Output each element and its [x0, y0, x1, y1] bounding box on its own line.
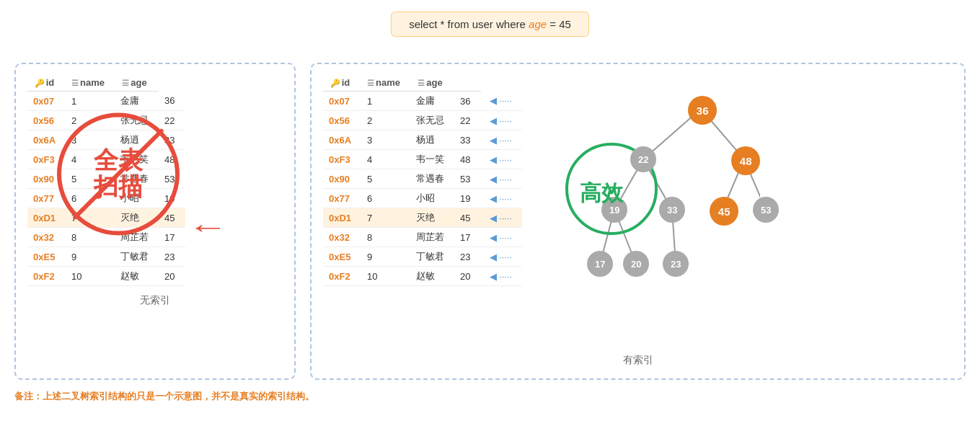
- cell-id: 7: [361, 208, 410, 228]
- right-content: 🔑id ☰name ☰age 0x07 1 金庸 36 ◀ ····· 0x56…: [323, 74, 953, 348]
- cell-id: 9: [361, 247, 410, 267]
- cell-addr: 0xD1: [323, 208, 361, 228]
- tree-node-23: 23: [663, 251, 689, 277]
- cell-name: 灭绝: [115, 208, 159, 228]
- cell-addr: 0xE5: [323, 247, 361, 267]
- cell-addr: 0x56: [323, 111, 361, 130]
- sql-col-highlight: age: [529, 18, 547, 30]
- cell-name: 常遇春: [410, 169, 454, 189]
- cell-age: 48: [454, 150, 480, 169]
- cell-age: 23: [454, 247, 480, 267]
- row-arrow: ◀ ·····: [481, 111, 523, 130]
- table-row: 0x32 8 周芷若 17 ◀ ·····: [323, 228, 522, 247]
- cell-name: 周芷若: [410, 228, 454, 247]
- cell-addr: 0x6A: [323, 130, 361, 150]
- row-arrow: ◀ ·····: [481, 150, 523, 169]
- left-table: 🔑id ☰name ☰age 0x07 1 金庸 36 0x56 2 张无忌 2…: [27, 74, 185, 286]
- sql-text: select * from user where age = 45: [409, 18, 571, 30]
- cell-id: 5: [66, 169, 115, 189]
- cell-id: 10: [361, 267, 410, 286]
- cell-addr: 0xF3: [27, 150, 66, 169]
- cell-addr: 0x07: [27, 92, 66, 111]
- cell-addr: 0xD1: [27, 208, 66, 228]
- cell-name: 金庸: [115, 92, 159, 111]
- cell-name: 丁敏君: [410, 247, 454, 267]
- footnote: 备注：上述二叉树索引结构的只是一个示意图，并不是真实的索引结构。: [14, 390, 966, 403]
- tree-node-22: 22: [630, 146, 656, 172]
- cell-id: 7: [66, 208, 115, 228]
- cell-id: 3: [66, 130, 115, 150]
- cell-name: 杨逍: [115, 130, 159, 150]
- cell-age: 36: [454, 92, 480, 111]
- cell-name: 杨逍: [410, 130, 454, 150]
- row-arrow: ◀ ·····: [481, 247, 523, 267]
- panels-row: 🔑id ☰name ☰age 0x07 1 金庸 36 0x56 2 张无忌 2…: [14, 63, 966, 380]
- sql-suffix: = 45: [547, 18, 571, 30]
- cell-age: 33: [454, 130, 480, 150]
- table-row: 0xF3 4 韦一笑 48 ◀ ·····: [323, 150, 522, 169]
- table-row: 0x77 6 小昭 19: [27, 189, 185, 208]
- cell-id: 10: [66, 267, 115, 286]
- th-age: ☰age: [115, 74, 159, 92]
- left-panel-label: 无索引: [27, 294, 283, 307]
- cell-addr: 0xF3: [323, 150, 361, 169]
- cell-id: 2: [66, 111, 115, 130]
- cell-name: 小昭: [410, 189, 454, 208]
- cell-name: 周芷若: [115, 228, 159, 247]
- cell-id: 4: [361, 150, 410, 169]
- cell-addr: 0x56: [27, 111, 66, 130]
- cell-addr: 0xF2: [323, 267, 361, 286]
- cell-id: 6: [361, 189, 410, 208]
- cell-name: 韦一笑: [410, 150, 454, 169]
- right-th-name: ☰name: [361, 74, 410, 92]
- right-table-area: 🔑id ☰name ☰age 0x07 1 金庸 36 ◀ ····· 0x56…: [323, 74, 522, 286]
- cell-age: 23: [159, 247, 185, 267]
- cell-age: 17: [159, 228, 185, 247]
- tree-node-36: 36: [688, 96, 717, 125]
- cell-age: 36: [159, 92, 185, 111]
- cell-name: 韦一笑: [115, 150, 159, 169]
- cell-name: 金庸: [410, 92, 454, 111]
- right-th-id: 🔑id: [323, 74, 361, 92]
- table-row: 0xD1 7 灭绝 45 ◀ ·····: [323, 208, 522, 228]
- th-id: 🔑id: [27, 74, 66, 92]
- cell-addr: 0x32: [323, 228, 361, 247]
- table-row: 0xF2 10 赵敏 20 ◀ ·····: [323, 267, 522, 286]
- cell-addr: 0xE5: [27, 247, 66, 267]
- cell-addr: 0x32: [27, 228, 66, 247]
- row-arrow: ◀ ·····: [481, 189, 523, 208]
- right-th-age: ☰age: [410, 74, 454, 92]
- red-arrow: ←: [187, 212, 228, 243]
- tree-node-17: 17: [587, 251, 613, 277]
- cell-age: 19: [159, 189, 185, 208]
- table-row: 0x56 2 张无忌 22 ◀ ·····: [323, 111, 522, 130]
- bst-tree-area: 36224819334553172023 高效: [529, 74, 760, 348]
- cell-id: 8: [66, 228, 115, 247]
- cell-name: 赵敏: [410, 267, 454, 286]
- cell-age: 20: [454, 267, 480, 286]
- cell-name: 小昭: [115, 189, 159, 208]
- row-arrow: ◀ ·····: [481, 208, 523, 228]
- sql-box: select * from user where age = 45: [391, 12, 589, 37]
- cell-addr: 0x90: [27, 169, 66, 189]
- cell-age: 45: [454, 208, 480, 228]
- cell-age: 20: [159, 267, 185, 286]
- cell-age: 48: [159, 150, 185, 169]
- table-row: 0xF2 10 赵敏 20: [27, 267, 185, 286]
- right-th-arrow: [454, 74, 480, 92]
- sql-query-container: select * from user where age = 45: [14, 12, 966, 50]
- cell-age: 45: [159, 208, 185, 228]
- cell-name: 灭绝: [410, 208, 454, 228]
- table-row: 0x77 6 小昭 19 ◀ ·····: [323, 189, 522, 208]
- table-row: 0x90 5 常遇春 53: [27, 169, 185, 189]
- cell-age: 22: [159, 111, 185, 130]
- row-arrow: ◀ ·····: [481, 228, 523, 247]
- cell-id: 8: [361, 228, 410, 247]
- tree-node-45: 45: [710, 197, 738, 226]
- cell-name: 张无忌: [115, 111, 159, 130]
- table-row: 0x90 5 常遇春 53 ◀ ·····: [323, 169, 522, 189]
- table-row: 0xD1 7 灭绝 45: [27, 208, 185, 228]
- cell-id: 2: [361, 111, 410, 130]
- cell-age: 17: [454, 228, 480, 247]
- cell-age: 22: [454, 111, 480, 130]
